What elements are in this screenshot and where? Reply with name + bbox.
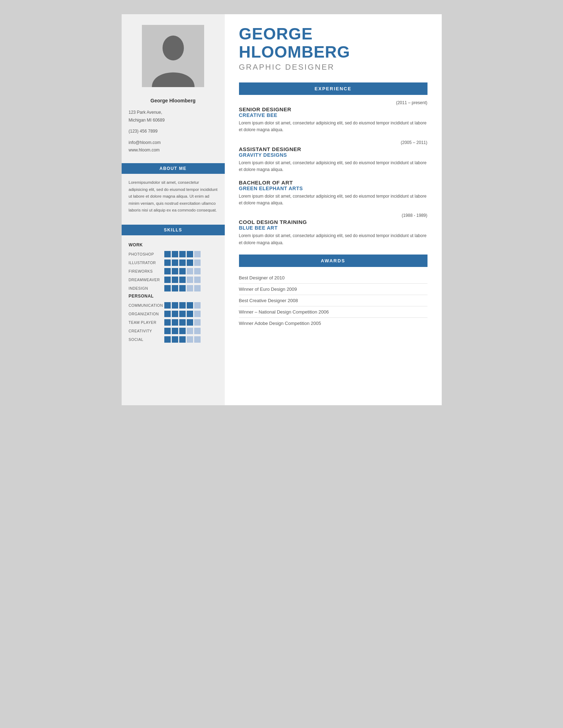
address-line2: Michigan MI 60689: [129, 117, 218, 124]
name-title-area: GEORGE HLOOMBERG GRAPHIC DESIGNER: [239, 25, 427, 72]
right-column: GEORGE HLOOMBERG GRAPHIC DESIGNER EXPERI…: [225, 14, 442, 405]
address-line1: 123 Park Avenue,: [129, 109, 218, 117]
skill-bar: [194, 285, 201, 291]
exp-entry: ASSISTANT DESIGNERGRAVITY DESIGNSLorem i…: [239, 146, 427, 173]
award-item: Winner – National Design Competition 200…: [239, 306, 427, 318]
skill-bar: [179, 311, 186, 317]
contact-info: 123 Park Avenue, Michigan MI 60689 (123)…: [122, 105, 225, 158]
exp-job-title: BACHELOR OF ART: [239, 180, 427, 186]
award-item: Best Designer of 2010: [239, 272, 427, 284]
about-me-header: ABOUT ME: [122, 163, 225, 174]
skills-category-title: PERSONAL: [129, 294, 218, 299]
skill-bar: [172, 277, 178, 283]
skill-label: COMMUNICATION: [129, 303, 164, 307]
email: info@hloom.com: [129, 139, 218, 147]
skill-bars: [164, 268, 201, 274]
skill-bars: [164, 251, 201, 257]
about-me-text: Loremipsumdolor sit amet, consectetur ad…: [122, 174, 225, 219]
skill-label: DREAMWEAVER: [129, 278, 164, 282]
skill-bars: [164, 336, 201, 343]
skill-row: DREAMWEAVER: [129, 277, 218, 283]
exp-date: (1988 - 1989): [239, 213, 427, 218]
skill-bar: [187, 336, 193, 343]
skill-row: ILLUSTRATOR: [129, 259, 218, 266]
skill-bar: [164, 268, 171, 274]
skill-bar: [179, 277, 186, 283]
skill-bar: [172, 268, 178, 274]
skill-bars: [164, 319, 201, 326]
silhouette-icon: [150, 32, 196, 87]
skill-row: INDESIGN: [129, 285, 218, 291]
website: www.hloom.com: [129, 146, 218, 154]
skill-bars: [164, 259, 201, 266]
award-item: Winner of Euro Design 2009: [239, 284, 427, 295]
skill-bar: [179, 319, 186, 326]
skill-bar: [164, 319, 171, 326]
skill-bar: [187, 268, 193, 274]
svg-point-0: [163, 36, 184, 60]
skill-bar: [194, 268, 201, 274]
skill-bar: [172, 302, 178, 309]
skill-bar: [179, 328, 186, 334]
exp-entry: COOL DESIGN TRAININGBLUE BEE ARTLorem ip…: [239, 219, 427, 246]
exp-date: (2005 – 2011): [239, 140, 427, 145]
skill-bar: [194, 259, 201, 266]
skill-row: FIREWORKS: [129, 268, 218, 274]
skill-bars: [164, 302, 201, 309]
skill-bar: [164, 302, 171, 309]
skill-bar: [179, 285, 186, 291]
skill-row: COMMUNICATION: [129, 302, 218, 309]
skill-bar: [172, 328, 178, 334]
skill-bar: [164, 259, 171, 266]
skill-bars: [164, 311, 201, 317]
skill-label: ILLUSTRATOR: [129, 261, 164, 265]
skills-category-title: WORK: [129, 242, 218, 247]
full-name: GEORGE HLOOMBERG: [239, 25, 427, 61]
sidebar-name: George Hloomberg: [122, 94, 225, 105]
skill-row: TEAM PLAYER: [129, 319, 218, 326]
skill-bar: [164, 277, 171, 283]
skill-label: INDESIGN: [129, 286, 164, 290]
skill-bar: [172, 259, 178, 266]
skill-row: PHOTOSHOP: [129, 251, 218, 257]
exp-company: GREEN ELEPHANT ARTS: [239, 186, 427, 191]
skill-label: TEAM PLAYER: [129, 320, 164, 325]
exp-date: (2011 – present): [239, 100, 427, 105]
profile-photo: [142, 25, 204, 87]
skill-bar: [187, 277, 193, 283]
exp-company: BLUE BEE ART: [239, 225, 427, 231]
skill-bar: [164, 336, 171, 343]
exp-job-title: SENIOR DESIGNER: [239, 106, 427, 112]
exp-entry: BACHELOR OF ARTGREEN ELEPHANT ARTSLorem …: [239, 180, 427, 207]
skill-bar: [172, 311, 178, 317]
exp-description: Lorem ipsum dolor sit amet, consectetur …: [239, 232, 427, 246]
exp-job-title: COOL DESIGN TRAINING: [239, 219, 427, 225]
job-title: GRAPHIC DESIGNER: [239, 63, 427, 72]
skill-bars: [164, 277, 201, 283]
exp-company: CREATIVE BEE: [239, 112, 427, 118]
skill-bar: [172, 251, 178, 257]
exp-entry: SENIOR DESIGNERCREATIVE BEELorem ipsum d…: [239, 106, 427, 133]
exp-description: Lorem ipsum dolor sit amet, consectetur …: [239, 120, 427, 133]
skills-header: SKILLS: [122, 225, 225, 235]
skill-bar: [172, 319, 178, 326]
award-item: Best Creative Designer 2008: [239, 295, 427, 306]
skill-row: CREATIVITY: [129, 328, 218, 334]
skill-bar: [187, 259, 193, 266]
exp-description: Lorem ipsum dolor sit amet, consectetur …: [239, 160, 427, 173]
skill-bar: [194, 277, 201, 283]
skill-bar: [164, 251, 171, 257]
skill-bars: [164, 328, 201, 334]
skill-bar: [187, 311, 193, 317]
skill-bar: [194, 319, 201, 326]
skill-bar: [164, 285, 171, 291]
awards-list: Best Designer of 2010Winner of Euro Desi…: [239, 272, 427, 329]
skill-bar: [194, 302, 201, 309]
skill-label: PHOTOSHOP: [129, 252, 164, 256]
resume-container: George Hloomberg 123 Park Avenue, Michig…: [122, 14, 442, 405]
skill-bar: [187, 302, 193, 309]
exp-company: GRAVITY DESIGNS: [239, 152, 427, 158]
experience-entries: (2011 – present)SENIOR DESIGNERCREATIVE …: [239, 100, 427, 253]
skill-bar: [179, 251, 186, 257]
last-name: HLOOMBERG: [239, 43, 350, 61]
